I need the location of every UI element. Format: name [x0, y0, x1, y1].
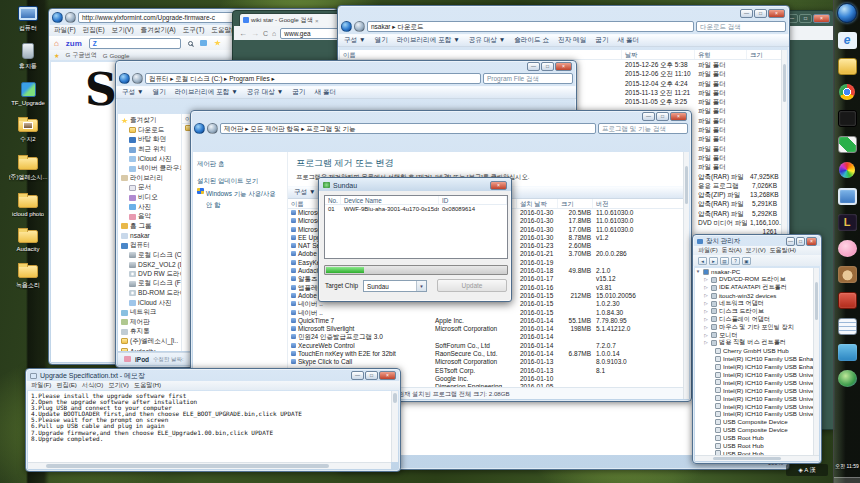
sidebar-item[interactable]: iCloud 사진: [118, 298, 181, 308]
taskbar-item[interactable]: [834, 27, 860, 53]
close-button[interactable]: ×: [670, 112, 687, 121]
taskbar-item[interactable]: [834, 105, 860, 131]
zum-logo[interactable]: zum: [66, 39, 82, 48]
search-icon[interactable]: [188, 41, 193, 46]
column-header[interactable]: 이름: [340, 50, 622, 59]
task-link[interactable]: 설치된 업데이트 보기: [197, 175, 283, 186]
toolbar-button[interactable]: 슬라이드 쇼: [514, 36, 549, 45]
sidebar-item[interactable]: (주)엘레소시_[i..: [118, 337, 181, 347]
program-row[interactable]: TouchEn nxKey with E2E for 32bit RaonSec…: [288, 350, 689, 358]
maximize-button[interactable]: □: [541, 62, 554, 71]
sidebar-item[interactable]: Audacity: [118, 346, 181, 351]
tree-category[interactable]: ▷ 네트워크 어댑터: [695, 300, 819, 308]
reload-icon[interactable]: C: [263, 30, 268, 37]
horizontal-scrollbar[interactable]: [695, 455, 819, 461]
chevron-down-icon[interactable]: ▼: [416, 281, 426, 291]
desktop-icon[interactable]: Audacity: [2, 226, 54, 252]
sidebar-item[interactable]: iCloud 사진: [118, 154, 181, 164]
minimize-button[interactable]: —: [740, 9, 753, 18]
sidebar-item[interactable]: BD-ROM 드라이브: [118, 289, 181, 299]
tree-category[interactable]: ▷ 범용 직렬 버스 컨트롤러: [695, 339, 819, 347]
tree-device[interactable]: Cherry GmbH USB Hub: [695, 347, 819, 355]
toolbar-button[interactable]: 새 폴더: [617, 36, 639, 45]
sidebar-item[interactable]: 다운로드: [118, 126, 181, 136]
close-button[interactable]: ×: [768, 9, 785, 18]
sidebar-item[interactable]: DSK2_VOL2 (D:): [118, 260, 181, 270]
forward-icon[interactable]: [132, 73, 143, 84]
sidebar-item[interactable]: 네트워크: [118, 308, 181, 318]
desktop-icon[interactable]: (주)엘레소시...: [2, 153, 54, 182]
scrollbar[interactable]: [813, 268, 819, 455]
breadcrumb[interactable]: nsakar ▸ 다운로드: [367, 21, 694, 32]
menu-item[interactable]: 파일(F): [54, 26, 76, 35]
taskbar-item[interactable]: [834, 79, 860, 105]
tree-device[interactable]: Intel(R) ICH10 Family USB Universal: [695, 378, 819, 386]
tree-device[interactable]: Intel(R) ICH10 Family USB Universal: [695, 402, 819, 410]
expand-icon[interactable]: ▷: [703, 285, 709, 290]
scrollbar[interactable]: [683, 152, 689, 399]
favorite-link[interactable]: G Google: [103, 52, 129, 59]
sidebar-item[interactable]: 최근 위치: [118, 145, 181, 155]
target-chip-select[interactable]: Sundau ▼: [363, 280, 427, 292]
search-input[interactable]: 다운로드 검색: [696, 21, 786, 32]
forward-icon[interactable]: [65, 12, 76, 23]
tree-category[interactable]: ▷ 모니터: [695, 331, 819, 339]
search-input[interactable]: 프로그램 및 기능 검색: [598, 123, 688, 134]
taskbar-item[interactable]: [834, 183, 860, 209]
taskbar-item[interactable]: [834, 53, 860, 79]
maximize-button[interactable]: □: [796, 237, 805, 246]
tree-device[interactable]: USB Root Hub: [695, 442, 819, 450]
text-area[interactable]: 1.Please install the upgrade software fi…: [28, 391, 391, 462]
favorite-icon[interactable]: [214, 40, 221, 46]
column-header[interactable]: 날짜: [622, 50, 695, 59]
program-row[interactable]: XecureWeb Control SoftForum Co., Ltd 201…: [288, 342, 689, 350]
menu-item[interactable]: 파일(F): [31, 381, 51, 390]
column-header[interactable]: Device Name: [341, 196, 439, 204]
close-button[interactable]: ×: [379, 371, 396, 380]
menu-item[interactable]: 즐겨찾기(A): [141, 26, 176, 35]
sidebar-item[interactable]: 문서: [118, 183, 181, 193]
forward-icon[interactable]: [354, 21, 365, 32]
back-icon[interactable]: [52, 12, 63, 23]
device-row[interactable]: 01 WWF-9Blu-aha-3001-4u170-0x15dr 0x0808…: [325, 205, 507, 214]
breadcrumb[interactable]: 컴퓨터 ▸ 로컬 디스크 (C:) ▸ Program Files ▸: [145, 73, 481, 84]
expand-icon[interactable]: ▷: [703, 325, 709, 330]
tree-device[interactable]: Intel(R) ICH10 Family USB Universal: [695, 386, 819, 394]
taskbar-item[interactable]: [834, 131, 860, 157]
tree-category[interactable]: ▷ 디스크 드라이브: [695, 307, 819, 315]
program-row[interactable]: QuickTime 7 Apple Inc. 2016-01-14 55.1MB…: [288, 317, 689, 325]
toolbar-button[interactable]: 굽기: [595, 36, 608, 45]
maximize-button[interactable]: □: [656, 112, 669, 121]
tree-device[interactable]: USB Composite Device: [695, 426, 819, 434]
tree-device[interactable]: Intel(R) ICH10 Family USB Universal: [695, 371, 819, 379]
toolbar-button[interactable]: 공유 대상 ▼: [247, 88, 284, 97]
task-link[interactable]: 제어판 홈: [197, 158, 283, 169]
update-button[interactable]: Update: [437, 279, 507, 292]
taskbar-item[interactable]: [834, 365, 860, 391]
tree-device[interactable]: Intel(R) ICH10 Family USB Enhanced: [695, 355, 819, 363]
menu-item[interactable]: 도움말(H): [134, 381, 161, 390]
taskbar-item[interactable]: [834, 287, 860, 313]
column-header[interactable]: No.: [325, 196, 341, 204]
tree-device[interactable]: USB Root Hub: [695, 434, 819, 442]
task-link[interactable]: Windows 기능 사용/사용 안 함: [206, 188, 283, 210]
toolbar-button[interactable]: 라이브러리에 포함 ▼: [397, 36, 460, 45]
sidebar-item[interactable]: 바탕 화면: [118, 135, 181, 145]
minimize-button[interactable]: —: [786, 237, 795, 246]
maximize-button[interactable]: □: [754, 9, 767, 18]
column-header[interactable]: 설치 날짜: [517, 199, 558, 208]
sidebar-item[interactable]: 로컬 디스크 (C:): [118, 250, 181, 260]
close-button[interactable]: ×: [813, 14, 830, 23]
menu-item[interactable]: 보기(V): [746, 246, 766, 255]
tree-device[interactable]: Intel(R) ICH10 Family USB Enhanced: [695, 363, 819, 371]
organize-button[interactable]: 구성 ▼: [294, 188, 316, 197]
desktop-icon[interactable]: 컴퓨터: [2, 4, 54, 33]
taskbar-item[interactable]: [834, 235, 860, 261]
start-button[interactable]: [837, 3, 857, 23]
sidebar-item[interactable]: 로컬 디스크 (F:): [118, 279, 181, 289]
menu-item[interactable]: 서식(O): [82, 381, 103, 390]
menu-item[interactable]: 보기(V): [112, 26, 134, 35]
toolbar-button[interactable]: 공유 대상 ▼: [469, 36, 506, 45]
back-icon[interactable]: [119, 73, 130, 84]
expand-icon[interactable]: ▷: [703, 301, 709, 306]
